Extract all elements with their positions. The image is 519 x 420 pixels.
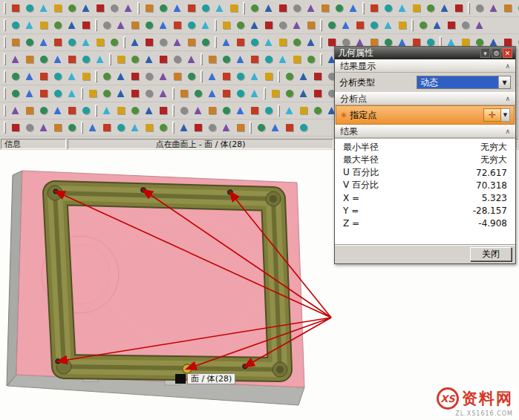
toolbar-icon[interactable] (234, 70, 247, 83)
toolbar-icon[interactable] (206, 121, 219, 134)
toolbar-icon[interactable] (171, 70, 184, 83)
toolbar-icon[interactable] (37, 36, 50, 49)
toolbar-icon[interactable] (171, 36, 184, 49)
toolbar-icon[interactable] (114, 121, 128, 134)
toolbar-icon[interactable] (79, 70, 93, 83)
toolbar-icon[interactable] (100, 87, 114, 100)
toolbar-icon[interactable] (157, 19, 170, 32)
toolbar-icon[interactable] (501, 1, 515, 15)
toolbar-drag-handle[interactable] (4, 53, 6, 65)
toolbar-icon[interactable] (79, 19, 93, 32)
toolbar-icon[interactable] (51, 121, 65, 134)
toolbar-icon[interactable] (206, 53, 219, 66)
toolbar-drag-handle[interactable] (95, 19, 97, 31)
toolbar-icon[interactable] (262, 19, 275, 32)
toolbar-icon[interactable] (290, 53, 304, 66)
toolbar-icon[interactable] (220, 70, 233, 83)
toolbar-icon[interactable] (220, 36, 233, 49)
toolbar-drag-handle[interactable] (320, 53, 322, 65)
toolbar-icon[interactable] (297, 104, 310, 117)
toolbar-icon[interactable] (37, 104, 50, 117)
toolbar-icon[interactable] (248, 70, 261, 83)
toolbar-drag-handle[interactable] (4, 36, 6, 48)
toolbar-icon[interactable] (339, 19, 353, 32)
toolbar-icon[interactable] (65, 87, 79, 100)
toolbar-icon[interactable] (515, 1, 519, 15)
collapse-icon[interactable]: ∧ (505, 95, 510, 102)
toolbar-icon[interactable] (157, 121, 170, 134)
toolbar-icon[interactable] (297, 121, 310, 134)
toolbar-icon[interactable] (192, 87, 205, 100)
toolbar-icon[interactable] (157, 1, 170, 15)
gear-icon[interactable]: ⚙ (492, 48, 501, 58)
toolbar-icon[interactable] (51, 70, 65, 83)
toolbar-icon[interactable] (283, 104, 296, 117)
toolbar-icon[interactable] (143, 87, 156, 100)
toolbar-icon[interactable] (333, 1, 346, 15)
toolbar-drag-handle[interactable] (362, 2, 365, 14)
toolbar-icon[interactable] (269, 87, 282, 100)
toolbar-icon[interactable] (171, 53, 184, 66)
toolbar-icon[interactable] (276, 36, 290, 49)
toolbar-icon[interactable] (185, 19, 198, 32)
toolbar-icon[interactable] (23, 70, 36, 83)
toolbar-icon[interactable] (199, 1, 212, 15)
toolbar-icon[interactable] (37, 70, 50, 83)
toolbar-icon[interactable] (206, 104, 219, 117)
toolbar-icon[interactable] (65, 1, 79, 15)
toolbar-icon[interactable] (171, 19, 184, 32)
toolbar-icon[interactable] (185, 1, 198, 15)
toolbar-icon[interactable] (487, 1, 500, 15)
collapse-icon[interactable]: ∧ (505, 128, 510, 135)
toolbar-icon[interactable] (424, 1, 437, 15)
toolbar-drag-handle[interactable] (4, 105, 6, 117)
section-results[interactable]: 结果 ∧ (335, 125, 515, 138)
toolbar-icon[interactable] (9, 19, 22, 32)
toolbar-icon[interactable] (65, 19, 79, 32)
toolbar-icon[interactable] (185, 70, 198, 83)
toolbar-drag-handle[interactable] (4, 88, 6, 99)
toolbar-icon[interactable] (199, 19, 212, 32)
toolbar-icon[interactable] (234, 19, 247, 32)
toolbar-drag-handle[interactable] (200, 70, 203, 82)
toolbar-icon[interactable] (220, 19, 233, 32)
toolbar-icon[interactable] (220, 104, 233, 117)
toolbar-icon[interactable] (297, 70, 310, 83)
chevron-down-icon[interactable]: ▼ (501, 108, 510, 122)
toolbar-icon[interactable] (248, 53, 261, 66)
toolbar-icon[interactable] (37, 87, 50, 100)
toolbar-drag-handle[interactable] (172, 122, 174, 134)
toolbar-icon[interactable] (51, 19, 65, 32)
toolbar-icon[interactable] (143, 36, 156, 49)
toolbar-icon[interactable] (86, 121, 99, 134)
toolbar-icon[interactable] (304, 53, 318, 66)
toolbar-icon[interactable] (94, 36, 107, 49)
toolbar-drag-handle[interactable] (172, 105, 174, 117)
toolbar-icon[interactable] (37, 121, 50, 134)
toolbar-drag-handle[interactable] (215, 19, 217, 31)
toolbar-icon[interactable] (128, 104, 142, 117)
toolbar-icon[interactable] (157, 70, 170, 83)
section-analysis-point[interactable]: 分析点 ∧ (335, 92, 515, 105)
toolbar-icon[interactable] (192, 121, 205, 134)
toolbar-icon[interactable] (248, 19, 261, 32)
toolbar-icon[interactable] (177, 104, 191, 117)
toolbar-icon[interactable] (311, 104, 324, 117)
toolbar-icon[interactable] (262, 1, 275, 15)
toolbar-icon[interactable] (157, 104, 170, 117)
toolbar-icon[interactable] (51, 1, 65, 15)
toolbar-icon[interactable] (37, 53, 50, 66)
toolbar-icon[interactable] (114, 70, 128, 83)
toolbar-drag-handle[interactable] (278, 105, 280, 117)
toolbar-drag-handle[interactable] (4, 122, 6, 134)
toolbar-icon[interactable] (108, 36, 121, 49)
toolbar-icon[interactable] (382, 1, 395, 15)
close-button[interactable]: 关闭 (470, 247, 512, 261)
toolbar-icon[interactable] (79, 1, 93, 15)
toolbar-drag-handle[interactable] (81, 122, 83, 134)
toolbar-icon[interactable] (304, 1, 318, 15)
toolbar-icon[interactable] (143, 53, 156, 66)
toolbar-icon[interactable] (9, 36, 22, 49)
toolbar-icon[interactable] (9, 53, 22, 66)
toolbar-icon[interactable] (304, 36, 318, 49)
